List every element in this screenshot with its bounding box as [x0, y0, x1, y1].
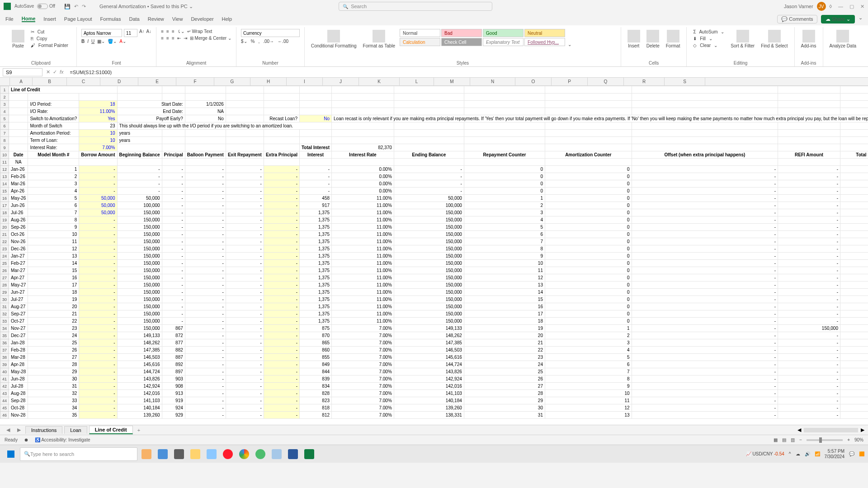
tab-help[interactable]: Help	[222, 16, 232, 22]
start-button[interactable]	[4, 447, 18, 461]
worksheet-grid[interactable]: ABCDEFGHIJKLMNOPQRS 1Line of Credit23I/O…	[0, 78, 868, 425]
percent-format-icon[interactable]: %	[251, 39, 255, 44]
increase-indent-icon[interactable]: ⇥	[184, 36, 187, 41]
style-explanatory[interactable]: Explanatory Text	[483, 38, 524, 46]
hscroll-right-icon[interactable]: ▶	[861, 427, 864, 433]
sheet-tab-loan[interactable]: Loan	[64, 426, 87, 434]
taskbar-app-5[interactable]	[204, 447, 219, 461]
fill-color-button[interactable]: 🪣⌄	[108, 39, 117, 44]
taskbar-file-explorer[interactable]	[188, 447, 203, 461]
view-page-layout-icon[interactable]: ▤	[782, 437, 786, 442]
sort-filter-button[interactable]: Sort & Filter	[729, 29, 756, 49]
tab-file[interactable]: File	[5, 16, 14, 22]
taskbar-app-9[interactable]	[269, 447, 284, 461]
qat-redo-icon[interactable]: ↷	[82, 4, 86, 9]
autosum-button[interactable]: Σ AutoSum ⌄	[691, 29, 726, 35]
taskbar-search[interactable]: 🔍 Type here to search	[20, 447, 137, 461]
tray-clock[interactable]: 5:57 PM7/30/2024	[825, 449, 845, 460]
italic-button[interactable]: I	[87, 39, 89, 44]
style-check-cell[interactable]: Check Cell	[441, 38, 482, 46]
decrease-indent-icon[interactable]: ⇤	[177, 36, 181, 41]
align-left-icon[interactable]: ≡	[161, 36, 164, 41]
tray-chevron-icon[interactable]: ^	[789, 451, 791, 456]
maximize-icon[interactable]: ▢	[849, 4, 854, 9]
sheet-tab-instructions[interactable]: Instructions	[25, 426, 62, 434]
accounting-format-icon[interactable]: $⌄	[241, 39, 247, 44]
ribbon-display-icon[interactable]: ◊	[830, 4, 832, 9]
new-sheet-icon[interactable]: +	[135, 427, 143, 433]
align-center-icon[interactable]: ≡	[166, 36, 169, 41]
qat-undo-icon[interactable]: ↶	[74, 4, 78, 9]
view-normal-icon[interactable]: ▦	[774, 437, 778, 442]
wrap-text-button[interactable]: ↵ Wrap Text	[187, 29, 212, 34]
zoom-out-icon[interactable]: −	[799, 437, 802, 442]
qat-save-icon[interactable]: 💾	[64, 4, 71, 9]
worksheet-table[interactable]: 1Line of Credit23I/O Period:18Start Date…	[0, 86, 868, 419]
font-color-button[interactable]: A⌄	[119, 39, 126, 44]
tray-volume-icon[interactable]: 🔊	[805, 451, 810, 456]
document-name[interactable]: General Amortization • Saved to this PC …	[99, 4, 193, 9]
font-size-select[interactable]	[124, 29, 137, 37]
tab-insert[interactable]: Insert	[43, 16, 56, 22]
collapse-ribbon-icon[interactable]: ⌄	[859, 15, 863, 23]
search-box[interactable]: Search	[339, 2, 492, 11]
tray-network-icon[interactable]: 📶	[815, 451, 820, 456]
taskbar-app-2[interactable]	[156, 447, 170, 461]
clear-button[interactable]: ◇ Clear ⌄	[691, 42, 726, 48]
format-cells-button[interactable]: Format	[664, 29, 682, 49]
tab-formulas[interactable]: Formulas	[100, 16, 121, 22]
align-right-icon[interactable]: ≡	[172, 36, 175, 41]
border-button[interactable]: ▦⌄	[97, 39, 105, 44]
taskbar-opera[interactable]	[221, 447, 235, 461]
analyze-data-button[interactable]: Analyze Data	[828, 29, 858, 49]
tab-data[interactable]: Data	[129, 16, 139, 22]
style-followed-hyperlink[interactable]: Followed Hyp...	[524, 38, 565, 46]
horizontal-scrollbar[interactable]	[804, 428, 858, 432]
cut-button[interactable]: ✂ Cut	[29, 29, 72, 35]
taskbar-app-3[interactable]	[172, 447, 186, 461]
share-button[interactable]: ☁ Share ⌄	[821, 15, 855, 23]
taskbar-excel[interactable]	[302, 447, 316, 461]
tab-review[interactable]: Review	[148, 16, 164, 22]
name-box[interactable]	[3, 68, 42, 76]
comma-format-icon[interactable]: ,	[258, 39, 259, 44]
comments-button[interactable]: 💬 Comments	[777, 15, 817, 23]
font-name-select[interactable]	[81, 29, 122, 37]
orientation-icon[interactable]: ⤹⌄	[177, 29, 184, 34]
autosave-toggle[interactable]	[37, 4, 48, 9]
sheet-tab-line-of-credit[interactable]: Line of Credit	[89, 426, 133, 434]
sheet-nav-prev-icon[interactable]: ◀	[4, 427, 13, 433]
zoom-in-icon[interactable]: +	[847, 437, 850, 442]
taskbar-app-1[interactable]	[139, 447, 154, 461]
macro-record-icon[interactable]: ⏺	[24, 437, 28, 442]
taskbar-app-8[interactable]	[253, 447, 268, 461]
number-format-select[interactable]	[241, 29, 300, 37]
taskbar-word[interactable]	[286, 447, 300, 461]
style-neutral[interactable]: Neutral	[524, 29, 565, 37]
cancel-formula-icon[interactable]: ✕	[46, 69, 50, 75]
copy-button[interactable]: ⎘ Copy	[29, 36, 72, 42]
conditional-formatting-button[interactable]: Conditional Formatting	[309, 29, 359, 49]
bold-button[interactable]: B	[81, 39, 85, 44]
minimize-icon[interactable]: —	[838, 4, 843, 9]
styles-more-icon[interactable]: ⌄	[568, 42, 571, 47]
tray-cloud-icon[interactable]: ☁	[796, 451, 800, 456]
merge-center-button[interactable]: ⊞ Merge & Center ⌄	[190, 36, 231, 41]
insert-cells-button[interactable]: Insert	[626, 29, 642, 49]
view-page-break-icon[interactable]: ▥	[791, 437, 795, 442]
decrease-decimal-icon[interactable]: ←.00	[278, 39, 288, 44]
hscroll-left-icon[interactable]: ◀	[797, 427, 801, 433]
style-good[interactable]: Good	[483, 29, 524, 37]
tab-home[interactable]: Home	[22, 16, 36, 22]
tab-page-layout[interactable]: Page Layout	[64, 16, 92, 22]
tab-developer[interactable]: Developer	[191, 16, 213, 22]
align-top-icon[interactable]: ≡	[161, 29, 164, 34]
format-as-table-button[interactable]: Format as Table	[361, 29, 397, 49]
column-headers[interactable]: ABCDEFGHIJKLMNOPQRS	[0, 78, 868, 86]
format-painter-button[interactable]: 🖌 Format Painter	[29, 42, 72, 48]
find-select-button[interactable]: Find & Select	[759, 29, 789, 49]
tray-notifications-icon[interactable]: 💬	[849, 451, 854, 456]
increase-font-icon[interactable]: A↑	[139, 29, 145, 37]
style-bad[interactable]: Bad	[441, 29, 482, 37]
style-normal[interactable]: Normal	[400, 29, 440, 37]
